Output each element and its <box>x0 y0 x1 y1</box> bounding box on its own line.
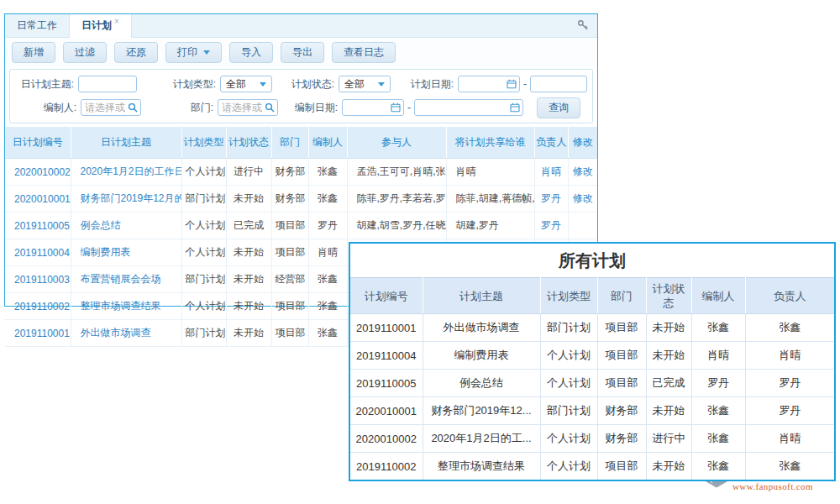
cell[interactable]: 2019110001 <box>5 320 71 347</box>
cell: 罗丹 <box>691 370 745 397</box>
cell: 张鑫 <box>308 266 347 293</box>
cell[interactable]: 编制费用表 <box>71 239 181 266</box>
table-row[interactable]: 2019110005例会总结个人计划已完成项目部罗丹胡建,胡雪,罗丹,任晓...… <box>5 213 597 239</box>
cell: 财务部门2019年12... <box>423 397 540 425</box>
cell: 未开始 <box>226 320 271 347</box>
cell[interactable]: 罗丹 <box>534 186 568 213</box>
make-date-end-input[interactable] <box>414 99 523 116</box>
cell: 2019110004 <box>350 342 423 370</box>
view-log-button[interactable]: 查看日志 <box>332 42 396 63</box>
cell[interactable]: 财务部门2019年12月的... <box>71 186 181 213</box>
cell: 陈菲,胡建,蒋德帧,... <box>446 186 534 213</box>
dept-input[interactable] <box>218 99 278 116</box>
cell[interactable]: 肖晴 <box>534 159 568 186</box>
plan-type-select[interactable]: 全部 <box>220 76 272 92</box>
cell[interactable]: 修改 <box>568 186 597 213</box>
cell[interactable]: 2019110005 <box>5 213 71 239</box>
cell: 2020010001 <box>350 397 423 425</box>
table-row[interactable]: 2019110001外出做市场调查部门计划项目部未开始张鑫张鑫 <box>350 314 834 342</box>
column-header: 计划主题 <box>423 278 540 314</box>
cell: 项目部 <box>597 370 646 397</box>
cell: 部门计划 <box>181 320 226 347</box>
cell: 张鑫 <box>745 314 834 342</box>
plan-date-start-input[interactable] <box>458 76 520 92</box>
cell: 未开始 <box>226 293 271 320</box>
make-date-start-input[interactable] <box>342 99 404 116</box>
cell: 部门计划 <box>540 397 597 425</box>
cell: 肖晴 <box>745 342 834 370</box>
cell: 未开始 <box>646 342 691 370</box>
table-row[interactable]: 2019110005例会总结个人计划项目部已完成罗丹罗丹 <box>350 370 834 397</box>
cell: 2019110001 <box>350 314 423 342</box>
toolbar: 新增 过滤 还原 打印 导入 导出 查看日志 <box>5 38 597 67</box>
cell: 张鑫 <box>691 453 745 480</box>
cell: 未开始 <box>226 239 271 266</box>
cell: 部门计划 <box>181 186 226 213</box>
key-icon[interactable] <box>577 19 589 34</box>
cell: 张鑫 <box>745 453 834 480</box>
cell[interactable]: 2020010001 <box>5 186 71 213</box>
cell: 个人计划 <box>540 342 597 370</box>
cell: 项目部 <box>271 320 308 347</box>
query-button[interactable]: 查询 <box>537 97 580 118</box>
column-header[interactable]: 负责人 <box>534 127 568 159</box>
selected-value: 全部 <box>226 77 246 92</box>
cell: 陈菲,罗丹,李若若,罗... <box>347 186 446 213</box>
add-button[interactable]: 新增 <box>12 42 55 63</box>
cell: 财务部 <box>597 425 646 453</box>
cell: 项目部 <box>271 293 308 320</box>
table-row[interactable]: 2020010001财务部门2019年12...部门计划财务部未开始张鑫罗丹 <box>350 397 834 425</box>
cell[interactable]: 2020年1月2日的工作日... <box>71 159 181 186</box>
cell[interactable]: 布置营销展会会场 <box>71 266 181 293</box>
cell: 财务部 <box>271 186 308 213</box>
column-header[interactable]: 计划类型 <box>181 127 226 159</box>
cell[interactable]: 例会总结 <box>71 213 181 239</box>
close-icon[interactable]: × <box>114 17 119 26</box>
cell[interactable]: 整理市场调查结果 <box>71 293 181 320</box>
cell[interactable]: 2019110004 <box>5 239 71 266</box>
cell: 整理市场调查结果 <box>423 453 540 480</box>
column-header[interactable]: 参与人 <box>347 127 446 159</box>
column-header[interactable]: 部门 <box>271 127 308 159</box>
cell[interactable]: 罗丹 <box>534 213 568 239</box>
tab-daily-work[interactable]: 日常工作 <box>5 14 69 37</box>
column-header[interactable]: 修改 <box>568 127 597 159</box>
restore-button[interactable]: 还原 <box>114 42 158 63</box>
column-header[interactable]: 计划状态 <box>226 127 271 159</box>
table-row[interactable]: 2019110004编制费用表个人计划项目部未开始肖晴肖晴 <box>350 342 834 370</box>
table-row[interactable]: 20200100022020年1月2日的工作日...个人计划进行中财务部张鑫孟浩… <box>5 159 597 186</box>
cell[interactable]: 外出做市场调查 <box>71 320 181 347</box>
plan-status-select[interactable]: 全部 <box>339 76 391 92</box>
table-row[interactable]: 2020010001财务部门2019年12月的...部门计划未开始财务部张鑫陈菲… <box>5 186 597 213</box>
column-header[interactable]: 日计划编号 <box>5 127 71 159</box>
plan-date-end-input[interactable] <box>530 76 587 92</box>
column-header[interactable]: 将计划共享给谁 <box>446 127 534 159</box>
make-date-label: 编制日期: <box>291 101 338 115</box>
column-header[interactable]: 编制人 <box>308 127 347 159</box>
cell: 张鑫 <box>691 314 745 342</box>
cell: 进行中 <box>646 425 691 453</box>
cell: 张鑫 <box>691 425 745 453</box>
range-separator: - <box>407 102 411 113</box>
export-button[interactable]: 导出 <box>281 42 324 63</box>
filter-button[interactable]: 过滤 <box>63 42 107 63</box>
cell: 罗丹 <box>745 370 834 397</box>
filter-panel: 日计划主题: 计划类型: 全部 计划状态: 全部 计划日期: - <box>9 69 593 123</box>
cell[interactable]: 2019110003 <box>5 266 71 293</box>
subject-input[interactable] <box>78 76 137 92</box>
tab-daily-plan[interactable]: 日计划 × <box>69 14 132 38</box>
cell[interactable]: 修改 <box>568 159 597 186</box>
filter-row-2: 编制人: 部门: 编制日期: - <box>15 98 587 117</box>
cell: 项目部 <box>597 342 646 370</box>
cell[interactable]: 2020010002 <box>5 159 71 186</box>
print-button[interactable]: 打印 <box>165 42 222 63</box>
import-button[interactable]: 导入 <box>229 42 273 63</box>
table-row[interactable]: 20200100022020年1月2日的工...个人计划财务部进行中张鑫肖晴 <box>350 425 834 453</box>
maker-input[interactable] <box>81 99 141 116</box>
table-row[interactable]: 2019110002整理市场调查结果个人计划项目部未开始张鑫张鑫 <box>350 453 834 480</box>
cell: 个人计划 <box>181 159 226 186</box>
column-header[interactable]: 日计划主题 <box>71 127 181 159</box>
cell: 财务部 <box>597 397 646 425</box>
cell[interactable]: 2019110002 <box>5 293 71 320</box>
cell: 个人计划 <box>181 239 226 266</box>
